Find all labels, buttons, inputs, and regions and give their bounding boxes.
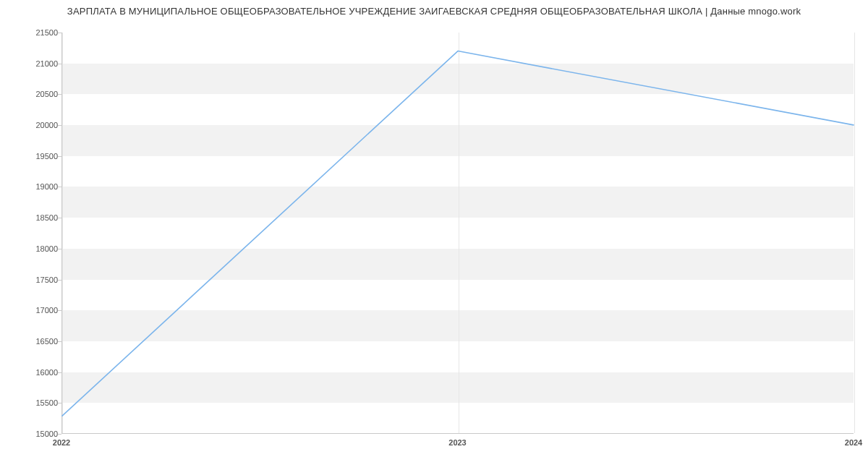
x-tick-label: 2024 [845,438,862,447]
y-tick-label: 17500 [7,275,58,284]
salary-chart: ЗАРПЛАТА В МУНИЦИПАЛЬНОЕ ОБЩЕОБРАЗОВАТЕЛ… [0,0,868,470]
y-tick-label: 21500 [7,28,58,37]
x-gridline [854,33,855,433]
y-tick-label: 19000 [7,182,58,191]
y-tick-label: 16000 [7,368,58,377]
y-tick-label: 20000 [7,121,58,129]
y-tick-label: 15000 [7,430,58,438]
chart-title: ЗАРПЛАТА В МУНИЦИПАЛЬНОЕ ОБЩЕОБРАЗОВАТЕЛ… [0,6,868,17]
plot-area [61,33,854,434]
y-tick-label: 17000 [7,306,58,315]
line-series [62,33,854,433]
y-tick-label: 18500 [7,213,58,222]
y-tick-label: 20500 [7,90,58,98]
y-tick-label: 15500 [7,398,58,407]
y-tick-label: 18000 [7,244,58,253]
y-tick-mark [58,434,61,435]
y-tick-label: 16500 [7,337,58,346]
x-tick-label: 2023 [448,438,466,447]
y-tick-label: 19500 [7,152,58,161]
x-tick-label: 2022 [53,438,70,447]
y-tick-label: 21000 [7,59,58,68]
